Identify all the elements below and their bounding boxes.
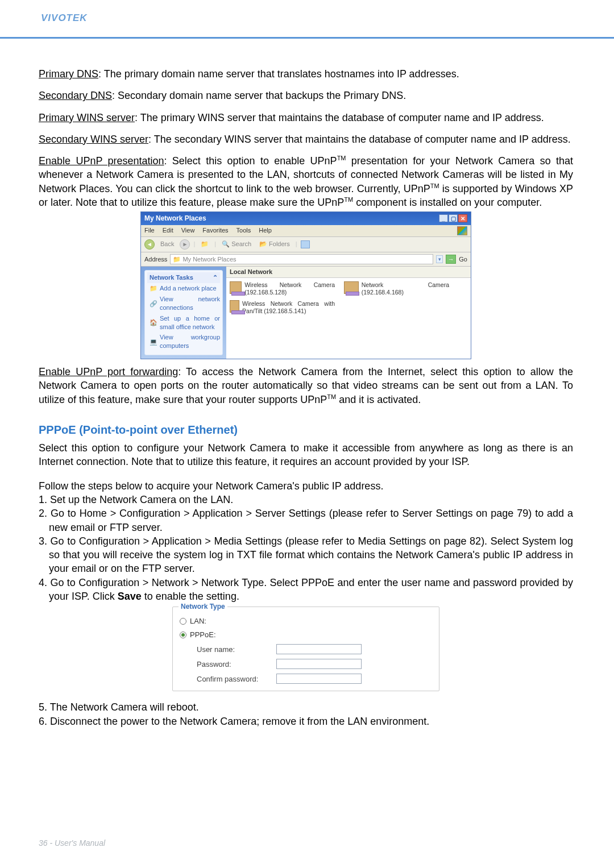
menu-view[interactable]: View xyxy=(181,226,195,235)
window-close-icon[interactable]: ✕ xyxy=(458,214,467,222)
section-pppoe-title: PPPoE (Point-to-point over Ethernet) xyxy=(39,422,573,438)
up-icon[interactable]: 📁 xyxy=(198,239,211,249)
camera-icon xyxy=(230,300,239,313)
lan-label: LAN: xyxy=(190,616,206,626)
tm2: TM xyxy=(430,182,439,189)
group-local-network: Local Network xyxy=(226,267,471,278)
folders-label: Folders xyxy=(269,240,290,248)
para-secondary-wins: Secondary WINS server: The secondary WIN… xyxy=(39,132,573,146)
pppoe-follow: Follow the steps below to acquire your N… xyxy=(39,479,573,493)
network-type-panel: Network Type LAN: PPPoE: User name: Pass… xyxy=(172,607,439,691)
step-4: 4. Go to Configuration > Network > Netwo… xyxy=(39,576,573,604)
text-secondary-wins: : The secondary WINS server that maintai… xyxy=(148,134,571,145)
password-input[interactable] xyxy=(276,659,362,669)
search-btn[interactable]: 🔍 Search xyxy=(219,239,254,249)
radio-lan[interactable] xyxy=(180,618,186,625)
tm3: TM xyxy=(344,196,353,203)
label-secondary-wins: Secondary WINS server xyxy=(39,134,148,145)
search-label: Search xyxy=(231,240,251,248)
radio-lan-row[interactable]: LAN: xyxy=(180,616,432,626)
task-add-place[interactable]: 📁 Add a network place xyxy=(147,283,220,294)
menu-edit[interactable]: Edit xyxy=(163,226,173,235)
label-upnp-port: Enable UPnP port forwarding xyxy=(39,366,178,377)
explorer-window: My Network Places _ ▢ ✕ File Edit View F… xyxy=(140,211,471,359)
address-label: Address xyxy=(144,255,167,264)
radio-pppoe-row[interactable]: PPPoE: xyxy=(180,630,432,640)
menu-favorites[interactable]: Favorites xyxy=(202,226,228,235)
tm4: TM xyxy=(327,393,336,400)
device-label: Wireless Network Camera (192.168.5.128) xyxy=(244,281,335,296)
address-input[interactable]: 📁 My Network Places xyxy=(170,254,433,265)
confirm-input[interactable] xyxy=(276,674,362,684)
menu-help[interactable]: Help xyxy=(259,226,272,235)
window-min-icon[interactable]: _ xyxy=(439,214,448,222)
page-content: Primary DNS: The primary domain name ser… xyxy=(0,39,614,740)
upnp-pres-a: : Select this option to enable UPnP xyxy=(164,155,337,167)
task-view-connections[interactable]: 🔗 View network connections xyxy=(147,294,220,313)
collapse-icon[interactable]: ⌃ xyxy=(213,273,218,282)
step-3: 3. Go to Configuration > Application > M… xyxy=(39,534,573,576)
address-dropdown-icon[interactable]: ▾ xyxy=(436,255,443,263)
tasks-panel: Network Tasks⌃ 📁 Add a network place 🔗 V… xyxy=(141,267,226,359)
task-view-workgroup[interactable]: 💻 View workgroup computers xyxy=(147,332,220,351)
step-1: 1. Set up the Network Camera on the LAN. xyxy=(39,493,573,506)
windows-logo-icon xyxy=(457,226,467,235)
step-6: 6. Disconnect the power to the Network C… xyxy=(39,715,573,728)
menu-tools[interactable]: Tools xyxy=(237,226,251,235)
tasks-title[interactable]: Network Tasks⌃ xyxy=(147,272,220,283)
para-upnp-port: Enable UPnP port forwarding: To access t… xyxy=(39,365,573,406)
text-primary-wins: : The primary WINS server that maintains… xyxy=(135,112,544,123)
step4-save: Save xyxy=(118,591,142,602)
window-buttons: _ ▢ ✕ xyxy=(439,214,467,222)
device-item[interactable]: Network Camera (192.168.4.168) xyxy=(344,281,449,296)
label-primary-dns: Primary DNS xyxy=(39,68,98,80)
tm1: TM xyxy=(337,155,346,161)
device-item[interactable]: Wireless Network Camera with Pan/Tilt (1… xyxy=(230,300,335,314)
para-upnp-presentation: Enable UPnP presentation: Select this op… xyxy=(39,154,573,209)
password-label: Password: xyxy=(197,659,276,670)
network-type-legend: Network Type xyxy=(179,602,227,611)
username-input[interactable] xyxy=(276,644,362,654)
task-setup-network[interactable]: 🏠 Set up a home or small office network xyxy=(147,313,220,333)
radio-pppoe[interactable] xyxy=(180,632,186,638)
page-footer: 36 - User's Manual xyxy=(39,838,105,849)
window-body: Network Tasks⌃ 📁 Add a network place 🔗 V… xyxy=(141,267,471,359)
password-row: Password: xyxy=(197,659,432,669)
window-main: Local Network Wireless Network Camera (1… xyxy=(226,267,471,359)
text-secondary-dns: : Secondary domain name server that back… xyxy=(112,90,406,101)
window-toolbar: ◄ Back ► | 📁 | 🔍 Search 📂 Folders | xyxy=(141,237,471,252)
confirm-label: Confirm password: xyxy=(197,674,276,684)
camera-icon xyxy=(230,281,242,294)
camera-icon xyxy=(344,281,359,294)
back-label[interactable]: Back xyxy=(158,239,176,249)
upnp-port-b: and it is activated. xyxy=(336,394,421,405)
address-bar: Address 📁 My Network Places ▾ → Go xyxy=(141,252,471,267)
views-icon[interactable] xyxy=(301,240,310,248)
page-header: VIVOTEK xyxy=(0,0,614,39)
window-menubar: File Edit View Favorites Tools Help xyxy=(141,225,471,237)
window-max-icon[interactable]: ▢ xyxy=(449,214,458,222)
step-2: 2. Go to Home > Configuration > Applicat… xyxy=(39,506,573,534)
para-primary-wins: Primary WINS server: The primary WINS se… xyxy=(39,111,573,124)
pppoe-intro: Select this option to configure your Net… xyxy=(39,441,573,469)
address-value: My Network Places xyxy=(182,256,236,263)
label-secondary-dns: Secondary DNS xyxy=(39,90,112,101)
device-item[interactable]: Wireless Network Camera (192.168.5.128) xyxy=(230,281,335,296)
para-primary-dns: Primary DNS: The primary domain name ser… xyxy=(39,67,573,81)
para-secondary-dns: Secondary DNS: Secondary domain name ser… xyxy=(39,89,573,102)
back-icon[interactable]: ◄ xyxy=(144,239,155,250)
go-label[interactable]: Go xyxy=(459,255,467,264)
username-label: User name: xyxy=(197,645,276,655)
text-primary-dns: : The primary domain name server that tr… xyxy=(98,68,459,80)
username-row: User name: xyxy=(197,644,432,654)
device-label: Network Camera (192.168.4.168) xyxy=(362,281,449,296)
brand-logo: VIVOTEK xyxy=(41,12,88,25)
step-5: 5. The Network Camera will reboot. xyxy=(39,700,573,714)
upnp-pres-d: component is installed on your computer. xyxy=(353,197,542,208)
window-title: My Network Places xyxy=(144,214,206,223)
forward-icon[interactable]: ► xyxy=(180,239,190,250)
step4-c: to enable the setting. xyxy=(142,591,239,602)
go-icon[interactable]: → xyxy=(446,255,456,264)
menu-file[interactable]: File xyxy=(144,226,155,235)
folders-btn[interactable]: 📂 Folders xyxy=(257,239,292,249)
